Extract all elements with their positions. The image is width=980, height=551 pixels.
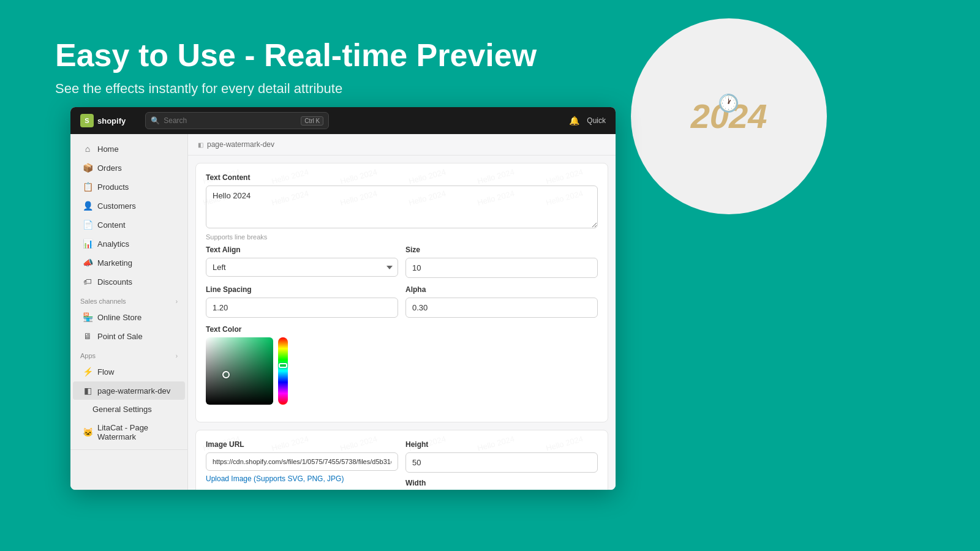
marketing-icon: 📣	[83, 258, 92, 268]
hue-dot	[279, 363, 287, 368]
text-content-card: Hello 2024 Hello 2024 Hello 2024 Hello 2…	[195, 163, 608, 422]
sidebar-label-online-store: Online Store	[97, 313, 141, 322]
circle-decoration: 2024 🕐	[631, 18, 827, 214]
customers-icon: 👤	[83, 201, 92, 211]
image-url-label: Image URL	[206, 440, 398, 449]
apps-label: Apps	[80, 352, 96, 359]
search-shortcut: Ctrl K	[301, 116, 323, 126]
line-spacing-label: Line Spacing	[206, 285, 398, 294]
sidebar-divider	[70, 449, 187, 450]
size-input[interactable]	[405, 258, 598, 278]
sidebar-label-marketing: Marketing	[97, 258, 132, 268]
sidebar-item-general-settings[interactable]: General Settings	[73, 400, 185, 418]
hero-subtitle: See the effects instantly for every deta…	[55, 81, 537, 97]
sidebar-item-discounts[interactable]: 🏷 Discounts	[73, 272, 185, 291]
shopify-logo: S shopify	[80, 114, 126, 127]
content-icon: 📄	[83, 220, 92, 230]
litacat-icon: 🐱	[83, 427, 92, 437]
text-color-label: Text Color	[206, 325, 598, 334]
sidebar-item-orders[interactable]: 📦 Orders	[73, 159, 185, 177]
sidebar-label-content: Content	[97, 220, 126, 230]
sidebar-item-pos[interactable]: 🖥 Point of Sale	[73, 327, 185, 345]
content-area: ◧ page-watermark-dev Hello 2024 Hello 20…	[188, 134, 616, 490]
image-preview: 2024	[206, 488, 243, 490]
sidebar-item-home[interactable]: ⌂ Home	[73, 140, 185, 158]
image-url-input[interactable]	[206, 452, 398, 471]
sidebar-item-litacat[interactable]: 🐱 LitaCat - Page Watermark	[73, 419, 185, 446]
topbar: S shopify 🔍 Search Ctrl K 🔔 Quick	[70, 107, 616, 134]
sidebar-item-flow[interactable]: ⚡ Flow	[73, 362, 185, 381]
sidebar-item-marketing[interactable]: 📣 Marketing	[73, 253, 185, 272]
image-url-field: Image URL Upload Image (Supports SVG, PN…	[206, 440, 398, 490]
sidebar: ⌂ Home 📦 Orders 📋 Products 👤 Customers 📄…	[70, 134, 188, 490]
apps-section: Apps ›	[70, 346, 187, 362]
discounts-icon: 🏷	[83, 277, 92, 287]
text-color-section: Text Color	[206, 325, 598, 405]
size-label: Size	[405, 246, 598, 254]
products-icon: 📋	[83, 182, 92, 192]
alpha-field: Alpha	[405, 285, 598, 318]
breadcrumb: ◧ page-watermark-dev	[188, 134, 616, 156]
alpha-input[interactable]	[405, 298, 598, 318]
alpha-label: Alpha	[405, 285, 598, 294]
text-content-input[interactable]	[206, 186, 598, 228]
color-gradient[interactable]	[206, 337, 273, 405]
clock-icon: 🕐	[718, 93, 739, 113]
home-icon: ⌂	[83, 144, 92, 154]
height-input[interactable]	[405, 452, 598, 473]
breadcrumb-icon: ◧	[198, 141, 203, 148]
sidebar-label-general-settings: General Settings	[92, 405, 152, 414]
text-align-label: Text Align	[206, 246, 398, 254]
expand-icon[interactable]: ›	[176, 298, 178, 305]
height-width-col: Height Width Image Position Relative to …	[405, 440, 598, 490]
sidebar-item-analytics[interactable]: 📊 Analytics	[73, 234, 185, 253]
supports-line-breaks: Supports line breaks	[206, 233, 598, 241]
topbar-right: 🔔 Quick	[569, 116, 606, 126]
search-icon: 🔍	[151, 116, 160, 125]
sidebar-label-home: Home	[97, 144, 119, 154]
sidebar-item-page-watermark[interactable]: ◧ page-watermark-dev	[73, 381, 185, 400]
sidebar-label-litacat: LitaCat - Page Watermark	[97, 423, 175, 441]
image-url-card: Hello 2024 Hello 2024 Hello 2024 Hello 2…	[195, 430, 608, 490]
search-placeholder: Search	[164, 116, 187, 125]
hero-section: Easy to Use - Real-time Preview See the …	[55, 37, 537, 97]
align-size-row: Text Align Left Center Right Size	[206, 246, 598, 278]
color-hue-bar[interactable]	[278, 337, 288, 405]
sidebar-label-pos: Point of Sale	[97, 332, 143, 341]
image-url-height-row: Image URL Upload Image (Supports SVG, PN…	[206, 440, 598, 490]
flow-icon: ⚡	[83, 367, 92, 377]
shopify-window: S shopify 🔍 Search Ctrl K 🔔 Quick ⌂ Home…	[70, 107, 616, 490]
breadcrumb-path: page-watermark-dev	[207, 140, 274, 149]
sidebar-label-products: Products	[97, 182, 129, 192]
line-spacing-field: Line Spacing	[206, 285, 398, 318]
page-watermark-icon: ◧	[83, 386, 92, 395]
sidebar-label-discounts: Discounts	[97, 277, 132, 287]
sidebar-item-content[interactable]: 📄 Content	[73, 216, 185, 234]
sidebar-item-customers[interactable]: 👤 Customers	[73, 197, 185, 215]
analytics-icon: 📊	[83, 239, 92, 249]
hero-title: Easy to Use - Real-time Preview	[55, 37, 537, 73]
gradient-dark	[206, 337, 273, 405]
search-bar[interactable]: 🔍 Search Ctrl K	[145, 112, 329, 129]
apps-expand-icon[interactable]: ›	[176, 353, 178, 359]
line-spacing-input[interactable]	[206, 298, 398, 318]
quick-action-label[interactable]: Quick	[587, 116, 606, 125]
text-align-field: Text Align Left Center Right	[206, 246, 398, 278]
text-content-label: Text Content	[206, 173, 598, 182]
sidebar-label-customers: Customers	[97, 201, 136, 211]
sidebar-label-flow: Flow	[97, 367, 114, 377]
color-picker	[206, 337, 598, 405]
online-store-icon: 🏪	[83, 312, 92, 322]
sidebar-label-page-watermark: page-watermark-dev	[97, 386, 170, 395]
sidebar-item-products[interactable]: 📋 Products	[73, 178, 185, 196]
text-align-select[interactable]: Left Center Right	[206, 258, 398, 277]
sidebar-item-online-store[interactable]: 🏪 Online Store	[73, 308, 185, 326]
pos-icon: 🖥	[83, 331, 92, 341]
upload-image-link[interactable]: Upload Image (Supports SVG, PNG, JPG)	[206, 474, 398, 483]
sidebar-label-analytics: Analytics	[97, 239, 129, 249]
width-label: Width	[405, 479, 598, 487]
spacing-alpha-row: Line Spacing Alpha	[206, 285, 598, 318]
bell-icon[interactable]: 🔔	[569, 116, 579, 126]
height-label: Height	[405, 440, 598, 449]
sales-channels-label: Sales channels	[80, 298, 126, 305]
